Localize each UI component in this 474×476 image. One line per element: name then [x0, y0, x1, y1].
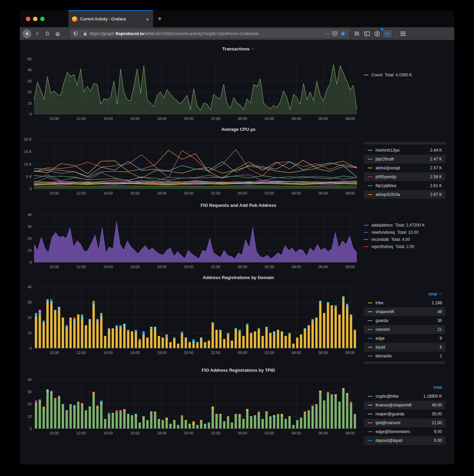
legend-series-name[interactable]: shapeshift — [376, 309, 394, 314]
legend-row[interactable]: reaper@guarda35.00 — [364, 410, 445, 418]
panel-title-transactions[interactable]: Transactions — [22, 45, 454, 53]
panel-registrations-by-domain: Address Registrations by Domain 01020304… — [22, 274, 454, 364]
menu-button[interactable] — [398, 29, 408, 39]
legend-series-name[interactable]: newfundsreq — [371, 230, 395, 235]
tracking-shield-icon[interactable] — [73, 31, 78, 36]
legend-row[interactable]: edge9 — [364, 334, 445, 343]
legend-sort-header[interactable]: total — [364, 290, 445, 298]
url-bar[interactable]: https://graph.fioprotocol.io/d/6du4X1SGk… — [70, 29, 349, 38]
legend-series-name[interactable]: addaddress — [371, 223, 393, 228]
bookmark-star-icon[interactable] — [340, 31, 346, 36]
close-window-button[interactable] — [26, 17, 30, 21]
library-button[interactable] — [352, 29, 362, 39]
legend-series-name[interactable]: tribe — [376, 301, 383, 305]
tab-close-icon[interactable]: × — [145, 16, 150, 22]
legend-row[interactable]: tpid@coinomi21.00 — [364, 418, 445, 427]
svg-text:08:00: 08:00 — [346, 431, 355, 435]
legend-series-name[interactable]: edge@fiomembers — [376, 429, 410, 434]
legend-series-name[interactable]: reaper@guarda — [376, 412, 404, 416]
legend-row[interactable]: hislmnfx13ya2.44 K — [364, 146, 445, 155]
svg-text:20:00: 20:00 — [184, 117, 194, 121]
legend-series-name[interactable]: p5fi5ywnitjc — [376, 174, 397, 179]
legend-row[interactable]: guarda35 — [364, 316, 445, 325]
fio-requests-chart[interactable]: 01020304010:0012:0014:0016:0018:0020:002… — [22, 213, 358, 271]
registrations-by-domain-chart[interactable]: 01020304010:0012:0014:0016:0018:0020:002… — [22, 285, 358, 357]
back-button[interactable] — [22, 29, 32, 39]
legend-series-name[interactable]: rejectfndreq — [371, 244, 393, 249]
page-actions-icon[interactable]: ⋯ — [324, 31, 330, 37]
legend-row[interactable]: bitmaxfio2 — [364, 352, 445, 360]
reload-button[interactable] — [42, 29, 52, 39]
legend-series-name[interactable]: crypto@tribe — [376, 394, 399, 399]
legend-row[interactable]: edge@fiomembers9.00 — [364, 427, 445, 436]
legend-item[interactable]: CountTotal: 4.0350 K — [364, 71, 445, 78]
toolbar-divider — [395, 30, 395, 37]
svg-text:16:00: 16:00 — [130, 191, 140, 195]
home-button[interactable] — [52, 29, 63, 39]
home-icon — [55, 31, 60, 36]
legend-series-value: 9 — [440, 336, 442, 341]
legend-series-name[interactable]: finance@shapeshift — [376, 403, 412, 408]
legend-row[interactable]: crypto@tribe1.18900 K — [364, 392, 445, 401]
legend-series-name[interactable]: akfxqn52fx3a — [376, 192, 400, 197]
legend-row[interactable]: liquid5 — [364, 343, 445, 352]
transactions-chart[interactable]: 0102030405010:0012:0014:0016:0018:0020:0… — [22, 56, 358, 123]
legend-sort-header[interactable]: total — [364, 384, 445, 392]
legend-item[interactable]: newfundsreqTotal: 10.00 — [364, 229, 445, 236]
legend-series-name[interactable]: aloha3joooqd — [376, 166, 400, 170]
new-tab-button[interactable]: + — [153, 10, 167, 27]
svg-text:02:00: 02:00 — [265, 431, 274, 435]
legend-series-name[interactable]: hislmnfx13ya — [376, 148, 399, 153]
svg-text:00:00: 00:00 — [238, 431, 247, 435]
legend-row[interactable]: jdyt1ftnsifr2.47 K — [364, 155, 445, 164]
minimize-window-button[interactable] — [33, 17, 37, 21]
legend-row[interactable]: finance@shapeshift49.00 — [364, 401, 445, 410]
series-color-swatch — [368, 329, 372, 330]
legend-series-name[interactable]: bitmaxfio — [376, 354, 392, 358]
panel-title-fio-requests[interactable]: FIO Requests and Add Pub Address — [22, 202, 454, 209]
legend-series-name[interactable]: tpid@coinomi — [376, 420, 400, 425]
legend-row[interactable]: deposit@liquid5.00 — [364, 436, 445, 445]
legend-item[interactable]: addaddressTotal: 2.47200 K — [364, 221, 445, 229]
zoom-window-button[interactable] — [40, 17, 45, 21]
sidebar-button[interactable] — [362, 29, 372, 39]
pocket-icon[interactable] — [332, 31, 338, 36]
average-cpu-chart[interactable]: 05 K10 K15 K20 K10:0012:0014:0016:0018:0… — [22, 137, 358, 198]
legend-item[interactable]: recordobtTotal: 4.00 — [364, 236, 445, 243]
legend-row[interactable]: coinomi21 — [364, 325, 445, 334]
legend-series-name[interactable]: Count — [371, 73, 382, 77]
panel-title-average-cpu[interactable]: Average CPU µs — [22, 126, 454, 133]
forward-button[interactable] — [32, 29, 42, 39]
legend-series-name[interactable]: guarda — [376, 318, 388, 323]
svg-text:16:00: 16:00 — [130, 351, 140, 355]
legend-row[interactable]: lhp1ytjibtea2.61 K — [364, 181, 445, 190]
browser-tab[interactable]: Current Activity - Grafana × — [68, 10, 153, 27]
legend-row[interactable]: p5fi5ywnitjc2.58 K — [364, 172, 445, 181]
registrations-by-tpid-chart[interactable]: 01020304010:0012:0014:0016:0018:0020:002… — [22, 378, 358, 437]
panel-title-registrations-by-domain[interactable]: Address Registrations by Domain — [22, 274, 454, 281]
legend-series-name[interactable]: jdyt1ftnsifr — [376, 157, 394, 162]
account-button[interactable] — [372, 29, 382, 39]
legend-series-name[interactable]: recordobt — [371, 237, 389, 242]
panel-average-cpu: Average CPU µs 05 K10 K15 K20 K10:0012:0… — [22, 126, 454, 199]
extensions-button[interactable]: ⋯ — [382, 29, 393, 39]
legend-series-name[interactable]: liquid — [376, 345, 385, 350]
svg-text:20: 20 — [28, 316, 32, 320]
legend-series-value: 2.58 K — [430, 174, 442, 179]
sidebar-icon — [364, 31, 370, 36]
legend-series-name[interactable]: lhp1ytjibtea — [376, 183, 396, 188]
legend-item[interactable]: rejectfndreqTotal: 2.00 — [364, 243, 445, 250]
legend-row[interactable]: akfxqn52fx3a2.67 K — [364, 190, 445, 199]
legend-series-total: Total: 4.00 — [391, 237, 410, 242]
legend-series-name[interactable]: coinomi — [376, 327, 389, 332]
panel-transactions: Transactions 0102030405010:0012:0014:001… — [22, 45, 454, 123]
series-color-swatch — [368, 168, 372, 168]
legend-row[interactable]: aloha3joooqd2.57 K — [364, 164, 445, 172]
panel-title-registrations-by-tpid[interactable]: FIO Address Registrations by TPID — [22, 367, 454, 374]
legend-series-name[interactable]: deposit@liquid — [376, 438, 402, 443]
legend-row[interactable]: shapeshift49 — [364, 307, 445, 316]
svg-text:30: 30 — [28, 79, 32, 83]
series-color-swatch — [368, 431, 372, 432]
legend-series-name[interactable]: edge — [376, 336, 385, 341]
legend-row[interactable]: tribe1,188 — [364, 298, 445, 307]
